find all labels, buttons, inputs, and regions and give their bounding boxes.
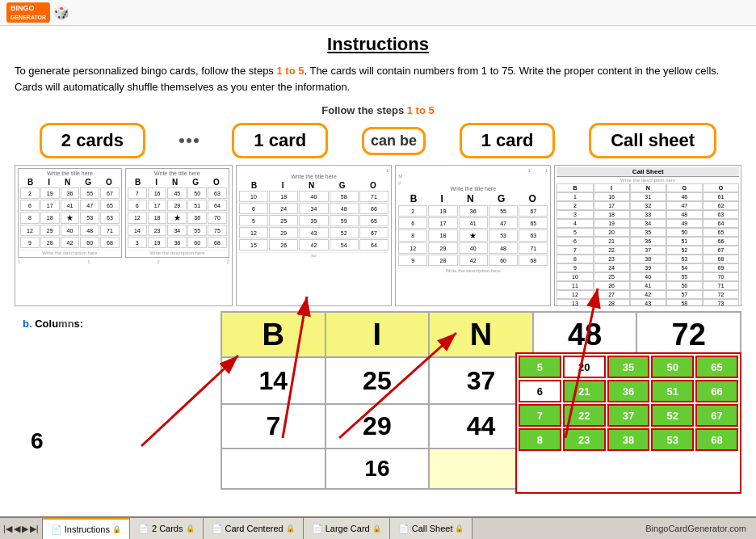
follow-steps-label: Follow the steps 1 to 5 xyxy=(15,104,741,116)
page-title: Instructions xyxy=(15,34,741,55)
tab-card-centered-label: Card Centered xyxy=(225,524,284,533)
dots-separator xyxy=(179,138,199,143)
tab-doc-icon2: 📄 xyxy=(138,524,149,534)
tab-lock-icon3: 🔒 xyxy=(286,524,295,533)
number-7: 7 xyxy=(220,405,326,449)
tab-doc-icon: 📄 xyxy=(51,524,62,535)
number-cell-48: 48 xyxy=(534,311,638,358)
bin-cell-n: N xyxy=(430,311,534,358)
logo-icon: 🎲 xyxy=(53,5,69,20)
number-16 xyxy=(220,449,326,490)
tab-doc-icon3: 📄 xyxy=(212,524,223,534)
tab-doc-icon4: 📄 xyxy=(312,524,323,534)
bin-cell-b: B xyxy=(220,311,326,358)
logo: BINGO GENERATOR xyxy=(6,2,50,23)
tab-large-card[interactable]: 📄 Large Card 🔒 xyxy=(304,518,390,539)
large-card-preview: 1 1 M p Write the title here BINGO 21936… xyxy=(395,165,551,306)
tab-2cards-label: 2 Cards xyxy=(152,524,183,533)
columns-label: b. Columns: xyxy=(15,311,220,330)
tab-bar: |◀ ◀ ▶ ▶| 📄 Instructions 🔒 📄 2 Cards 🔒 📄… xyxy=(0,516,756,539)
number-16b: 16 xyxy=(326,449,430,490)
tab-lock-icon: 🔒 xyxy=(112,525,121,533)
number-cell-72: 72 xyxy=(637,311,741,358)
centered-card-preview: 1 Write the title here BINGO 1018405871 … xyxy=(236,165,392,306)
tab-large-card-label: Large Card xyxy=(326,524,370,533)
call-sheet-button: Call sheet xyxy=(589,123,716,158)
callsheet-preview: Call Sheet Write the description here B … xyxy=(554,165,741,306)
tab-lock-icon2: 🔒 xyxy=(186,524,195,533)
number-29: 29 xyxy=(326,405,430,449)
tab-call-sheet-label: Call Sheet xyxy=(412,524,453,533)
tab-doc-icon5: 📄 xyxy=(398,524,410,534)
one-card-button-b: 1 card xyxy=(460,123,556,158)
instructions-paragraph: To generate personnalized bingo cards, f… xyxy=(15,63,741,95)
green-bingo-card: 5 20 35 50 65 6 21 36 51 66 7 22 37 52 xyxy=(515,352,741,494)
tab-instructions[interactable]: 📄 Instructions 🔒 xyxy=(43,518,130,539)
tab-card-centered[interactable]: 📄 Card Centered 🔒 xyxy=(204,518,304,539)
website-label: BingoCardGenerator.com xyxy=(645,518,756,539)
tab-nav-left[interactable]: |◀ ◀ ▶ ▶| xyxy=(0,518,43,539)
number-25: 25 xyxy=(326,358,430,405)
tab-lock-icon4: 🔒 xyxy=(372,524,381,533)
number-14: 14 xyxy=(220,358,326,405)
can-be-label: can be xyxy=(362,127,426,155)
tab-call-sheet[interactable]: 📄 Call Sheet 🔒 xyxy=(390,518,473,539)
one-card-button-a: 1 card xyxy=(232,123,328,158)
two-cards-button: 2 cards xyxy=(40,123,145,158)
two-cards-preview: Write the title here BINGO 219365567 617… xyxy=(15,165,233,306)
bin-cell-i: I xyxy=(326,311,430,358)
tab-lock-icon5: 🔒 xyxy=(455,524,464,533)
tab-2cards[interactable]: 📄 2 Cards 🔒 xyxy=(130,518,204,539)
tab-instructions-label: Instructions xyxy=(65,524,110,534)
